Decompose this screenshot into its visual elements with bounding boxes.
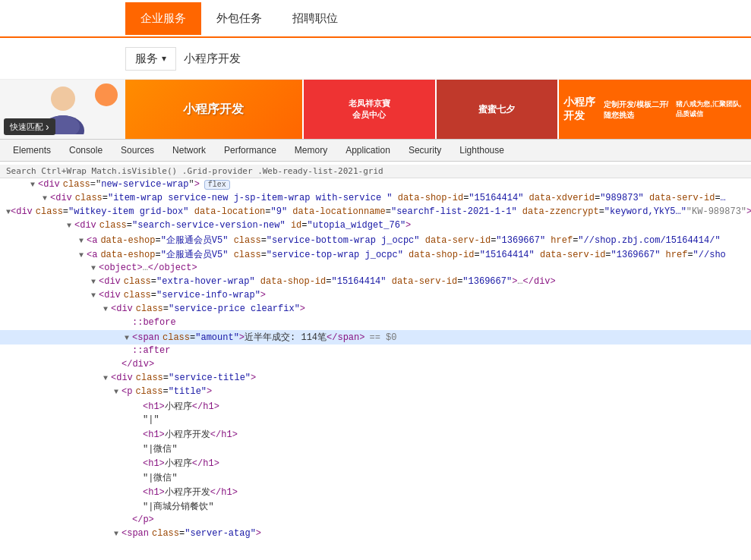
expand-icon[interactable] [88,264,99,272]
dom-line: <p class="title" > [0,385,751,399]
dom-line: <h1> 小程序 </h1> [0,399,751,414]
banner-images: 小程序开发 老凤祥京寶会员中心 蜜蜜七夕 小程序开发 定制开发/模板二开/随您挑… [125,80,751,139]
nav-item-outsource[interactable]: 外包任务 [201,2,277,35]
expand-icon[interactable] [39,194,50,203]
devtools-tabs: Elements Console Sources Network Perform… [0,139,751,162]
dom-line: <h1> 小程序开发 </h1> [0,427,751,442]
dom-line: <div class="service-title" > [0,372,751,385]
dom-line: </div> [0,358,751,372]
tab-lighthouse[interactable]: Lighthouse [450,141,513,159]
dom-line: "|微信" [0,442,751,456]
banner-2: 老凤祥京寶会员中心 [304,80,435,139]
avatar-area: 快速匹配 [0,80,125,139]
expand-icon[interactable] [100,374,111,382]
search-text: 小程序开发 [184,52,241,66]
tab-elements[interactable]: Elements [4,141,60,159]
expand-icon[interactable] [64,222,74,230]
nav-item-enterprise[interactable]: 企业服务 [125,2,201,35]
expand-icon[interactable] [88,278,99,286]
dom-line: ::after [0,344,751,358]
dom-line: <div class="service-info-wrap" > [0,289,751,303]
dom-line: </p> [0,514,751,527]
dom-line: <div class="new-service-wrap" > flex [0,178,751,192]
dom-line: "|商城分销餐饮" [0,499,751,514]
dom-line: <div class="extra-hover-wrap" data-shop-… [0,275,751,289]
dom-line: ::before [0,316,751,330]
tab-sources[interactable]: Sources [112,141,163,159]
banner-4: 小程序开发 定制开发/模板二开/随您挑选 猪八戒为您,汇聚团队,品质诚信 [559,80,751,139]
expand-icon[interactable] [111,530,121,538]
svg-point-0 [51,87,75,111]
dom-line: "|微信" [0,470,751,485]
dom-line: <object> … </object> [0,262,751,275]
expand-icon[interactable] [111,388,121,396]
flex-badge: flex [204,180,230,190]
dom-line: <h1> 小程序开发 </h1> [0,485,751,499]
expand-icon[interactable] [88,291,99,300]
fast-match-button[interactable]: 快速匹配 [4,118,55,135]
banner-3: 蜜蜜七夕 [437,80,557,139]
banner-area: 快速匹配 小程序开发 老凤祥京寶会员中心 蜜蜜七夕 小程序开发 定制开发/模板二… [0,80,751,139]
search-bar: 服务 小程序开发 [0,38,751,80]
dom-line: <div class="service-price clearfix" > [0,303,751,316]
expand-icon[interactable] [27,181,38,189]
website-preview: 企业服务 外包任务 招聘职位 服务 小程序开发 快速匹配 小程序开发 [0,0,751,139]
expand-icon[interactable] [100,305,111,313]
dom-line: <div class="item-wrap service-new j-sp-i… [0,192,751,206]
dom-line: <div class="witkey-item grid-box" data-l… [0,206,751,219]
expand-icon[interactable] [76,251,87,260]
dom-line: <a data-eshop="企服通会员V5" class="service-t… [0,247,751,262]
tab-network[interactable]: Network [163,141,215,159]
dom-line: "|" [0,414,751,427]
dom-line: <h1> 小程序 </h1> [0,456,751,470]
expand-icon[interactable] [76,237,87,245]
tab-performance[interactable]: Performance [215,141,286,159]
tab-console[interactable]: Console [60,141,112,159]
tab-memory[interactable]: Memory [286,141,336,159]
search-dropdown[interactable]: 服务 [125,47,176,71]
tab-application[interactable]: Application [336,141,399,159]
dom-line: <a data-eshop="企服通会员V5" class="service-b… [0,233,751,247]
website-nav: 企业服务 外包任务 招聘职位 [0,0,751,38]
dom-line: <span class="server-atag" > [0,527,751,541]
tab-security[interactable]: Security [399,141,450,159]
dom-inspector[interactable]: Search Ctrl+Wrap Match.isVisible() .Grid… [0,162,751,560]
dom-breadcrumb: Search Ctrl+Wrap Match.isVisible() .Grid… [0,165,751,178]
expand-icon[interactable] [121,334,132,342]
dom-line-selected[interactable]: <span class="amount" > 近半年成交: 114笔 </spa… [0,330,751,344]
dom-line: <div class="search-service-version-new" … [0,219,751,233]
nav-item-recruit[interactable]: 招聘职位 [277,2,353,35]
banner-1: 小程序开发 [125,80,302,139]
